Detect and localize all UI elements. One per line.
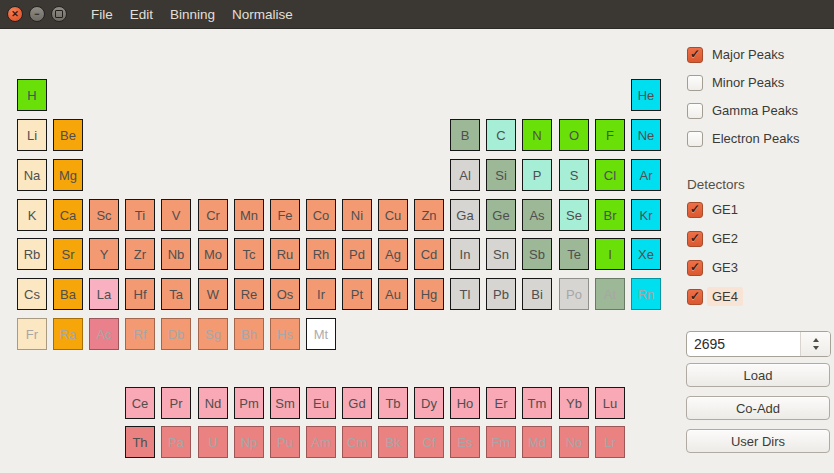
checkbox-minor-peaks[interactable]: Minor Peaks [687,74,799,91]
element-b[interactable]: B [450,119,480,151]
spinner-up-icon[interactable] [813,338,819,342]
checkbox-ge2[interactable]: ✓GE2 [687,230,743,247]
element-er[interactable]: Er [486,387,516,419]
element-rb[interactable]: Rb [17,238,47,270]
user-dirs-button[interactable]: User Dirs [686,429,830,453]
element-ga[interactable]: Ga [450,199,480,231]
element-mo[interactable]: Mo [198,238,228,270]
element-np[interactable]: Np [234,426,264,458]
element-zn[interactable]: Zn [414,199,444,231]
element-k[interactable]: K [17,199,47,231]
element-fm[interactable]: Fm [486,426,516,458]
element-nb[interactable]: Nb [161,238,191,270]
element-li[interactable]: Li [17,119,47,151]
element-ho[interactable]: Ho [450,387,480,419]
element-sg[interactable]: Sg [198,318,228,350]
element-ti[interactable]: Ti [125,199,155,231]
checkbox-ge3[interactable]: ✓GE3 [687,259,743,276]
checkbox-box[interactable]: ✓ [687,202,703,218]
element-ac[interactable]: Ac [89,318,119,350]
element-tl[interactable]: Tl [450,278,480,310]
element-pr[interactable]: Pr [161,387,191,419]
element-pm[interactable]: Pm [234,387,264,419]
checkbox-box[interactable]: ✓ [687,289,703,305]
element-eu[interactable]: Eu [306,387,336,419]
element-ge[interactable]: Ge [486,199,516,231]
element-as[interactable]: As [522,199,552,231]
element-si[interactable]: Si [486,159,516,191]
element-th[interactable]: Th [125,426,155,458]
element-i[interactable]: I [595,238,625,270]
element-tc[interactable]: Tc [234,238,264,270]
element-cm[interactable]: Cm [342,426,372,458]
element-co[interactable]: Co [306,199,336,231]
checkbox-box[interactable] [687,75,703,91]
element-tb[interactable]: Tb [378,387,408,419]
element-cl[interactable]: Cl [595,159,625,191]
element-la[interactable]: La [89,278,119,310]
element-hs[interactable]: Hs [270,318,300,350]
element-sm[interactable]: Sm [270,387,300,419]
element-ni[interactable]: Ni [342,199,372,231]
element-es[interactable]: Es [450,426,480,458]
checkbox-ge1[interactable]: ✓GE1 [687,201,743,218]
element-rh[interactable]: Rh [306,238,336,270]
element-he[interactable]: He [631,79,661,111]
element-hf[interactable]: Hf [125,278,155,310]
element-lr[interactable]: Lr [595,426,625,458]
element-po[interactable]: Po [559,278,589,310]
element-no[interactable]: No [559,426,589,458]
checkbox-box[interactable]: ✓ [687,231,703,247]
element-p[interactable]: P [522,159,552,191]
element-in[interactable]: In [450,238,480,270]
element-o[interactable]: O [559,119,589,151]
checkbox-electron-peaks[interactable]: Electron Peaks [687,130,799,147]
element-nd[interactable]: Nd [198,387,228,419]
element-ca[interactable]: Ca [53,199,83,231]
element-be[interactable]: Be [53,119,83,151]
element-s[interactable]: S [559,159,589,191]
checkbox-gamma-peaks[interactable]: Gamma Peaks [687,102,799,119]
load-button[interactable]: Load [686,363,830,387]
element-mt[interactable]: Mt [306,318,336,350]
element-ir[interactable]: Ir [306,278,336,310]
element-xe[interactable]: Xe [631,238,661,270]
checkbox-box[interactable]: ✓ [687,260,703,276]
checkbox-box[interactable]: ✓ [687,47,703,63]
spinner-value[interactable]: 2695 [687,332,800,356]
element-mn[interactable]: Mn [234,199,264,231]
element-cr[interactable]: Cr [198,199,228,231]
element-hg[interactable]: Hg [414,278,444,310]
element-te[interactable]: Te [559,238,589,270]
element-ba[interactable]: Ba [53,278,83,310]
element-bk[interactable]: Bk [378,426,408,458]
element-kr[interactable]: Kr [631,199,661,231]
checkbox-major-peaks[interactable]: ✓Major Peaks [687,46,799,63]
element-c[interactable]: C [486,119,516,151]
element-sn[interactable]: Sn [486,238,516,270]
element-cs[interactable]: Cs [17,278,47,310]
element-bi[interactable]: Bi [522,278,552,310]
element-mg[interactable]: Mg [53,159,83,191]
element-yb[interactable]: Yb [559,387,589,419]
element-cd[interactable]: Cd [414,238,444,270]
checkbox-ge4[interactable]: ✓GE4 [687,288,743,305]
element-pt[interactable]: Pt [342,278,372,310]
element-pu[interactable]: Pu [270,426,300,458]
element-au[interactable]: Au [378,278,408,310]
element-re[interactable]: Re [234,278,264,310]
element-br[interactable]: Br [595,199,625,231]
element-bh[interactable]: Bh [234,318,264,350]
element-cu[interactable]: Cu [378,199,408,231]
element-am[interactable]: Am [306,426,336,458]
element-n[interactable]: N [522,119,552,151]
element-ce[interactable]: Ce [125,387,155,419]
element-gd[interactable]: Gd [342,387,372,419]
element-ar[interactable]: Ar [631,159,661,191]
element-se[interactable]: Se [559,199,589,231]
element-sr[interactable]: Sr [53,238,83,270]
element-al[interactable]: Al [450,159,480,191]
element-w[interactable]: W [198,278,228,310]
element-fr[interactable]: Fr [17,318,47,350]
element-ru[interactable]: Ru [270,238,300,270]
